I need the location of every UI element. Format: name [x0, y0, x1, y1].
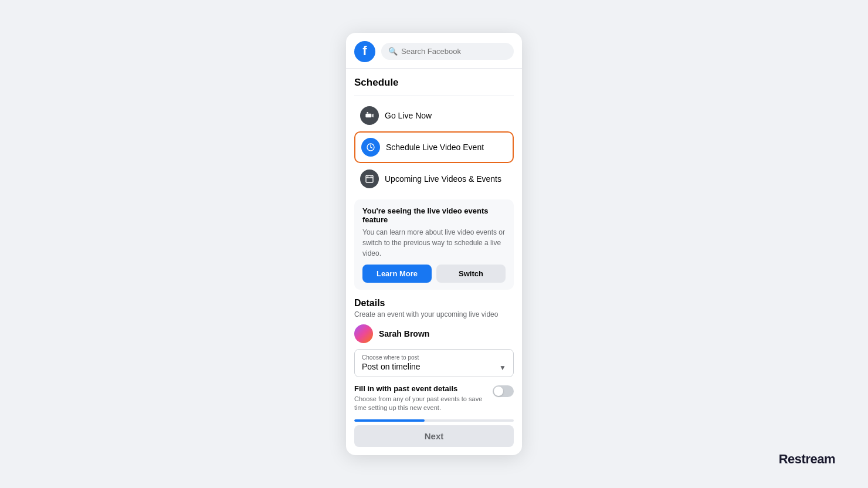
search-icon: 🔍	[388, 47, 398, 56]
schedule-live-label: Schedule Live Video Event	[386, 143, 484, 152]
toggle-text: Fill in with past event details Choose f…	[354, 384, 487, 413]
user-row: Sarah Brown	[354, 324, 514, 343]
learn-more-button[interactable]: Learn More	[362, 265, 432, 283]
past-events-toggle[interactable]	[493, 385, 514, 397]
dropdown-label: Choose where to post	[362, 354, 421, 361]
facebook-logo: f	[354, 41, 375, 62]
post-location-dropdown[interactable]: Choose where to post Post on timeline ▼	[354, 349, 514, 377]
facebook-logo-letter: f	[362, 45, 367, 57]
toggle-subtitle: Choose from any of your past events to s…	[354, 395, 487, 413]
progress-bar-wrap	[346, 419, 522, 422]
info-box: You're seeing the live video events feat…	[354, 199, 514, 290]
menu-item-upcoming[interactable]: Upcoming Live Videos & Events	[354, 164, 514, 194]
svg-rect-0	[365, 113, 371, 117]
info-box-buttons: Learn More Switch	[362, 265, 506, 283]
upcoming-label: Upcoming Live Videos & Events	[385, 174, 501, 184]
schedule-title: Schedule	[354, 77, 514, 89]
toggle-row: Fill in with past event details Choose f…	[346, 384, 522, 420]
go-live-now-icon	[360, 106, 379, 125]
dropdown-value: Post on timeline	[362, 362, 421, 371]
user-name: Sarah Brown	[379, 329, 429, 338]
schedule-divider	[354, 96, 514, 96]
progress-bar-fill	[354, 419, 425, 422]
svg-rect-3	[366, 175, 373, 182]
search-input[interactable]	[401, 47, 507, 56]
svg-point-1	[367, 112, 368, 114]
details-subtitle: Create an event with your upcoming live …	[354, 310, 514, 318]
schedule-section: Schedule Go Live Now	[346, 69, 522, 194]
info-box-body: You can learn more about live video even…	[362, 227, 506, 259]
dropdown-text: Choose where to post Post on timeline	[362, 354, 421, 372]
menu-item-schedule-live[interactable]: Schedule Live Video Event	[354, 131, 514, 163]
info-box-title: You're seeing the live video events feat…	[362, 206, 506, 224]
go-live-now-label: Go Live Now	[385, 111, 432, 120]
progress-bar-background	[354, 419, 514, 422]
modal-card: f 🔍 Schedule Go Live Now	[346, 33, 522, 456]
restream-watermark: Restream	[779, 452, 835, 467]
toggle-knob	[494, 387, 503, 396]
search-bar[interactable]: 🔍	[381, 43, 514, 60]
details-title: Details	[354, 298, 514, 309]
menu-item-go-live-now[interactable]: Go Live Now	[354, 101, 514, 130]
page-wrapper: f 🔍 Schedule Go Live Now	[0, 0, 868, 488]
user-avatar	[354, 324, 373, 343]
details-section: Details Create an event with your upcomi…	[346, 290, 522, 377]
schedule-live-icon	[361, 138, 380, 157]
header: f 🔍	[346, 33, 522, 69]
toggle-title: Fill in with past event details	[354, 384, 487, 393]
dropdown-arrow-icon: ▼	[499, 364, 506, 372]
next-button[interactable]: Next	[354, 425, 514, 447]
switch-button[interactable]: Switch	[436, 265, 506, 283]
upcoming-icon	[360, 170, 379, 188]
